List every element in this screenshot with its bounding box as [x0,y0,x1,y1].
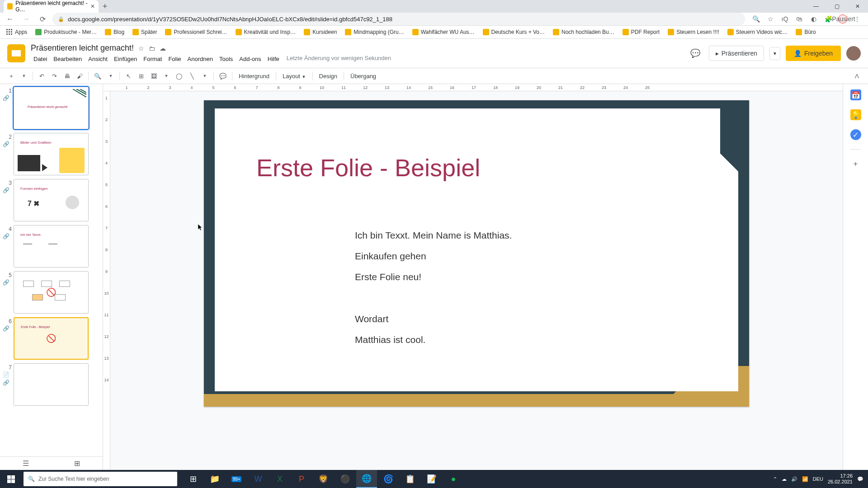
calendar-icon[interactable]: 📅 [850,89,861,100]
excel-icon[interactable]: X [269,470,290,488]
zoom-icon[interactable]: 🔍 [751,14,760,23]
bookmark-item[interactable]: Büro [793,27,818,37]
slide-canvas[interactable]: Erste Folie - Beispiel Ich bin Texxt. Me… [110,91,843,470]
start-button[interactable] [0,470,22,488]
minimize-button[interactable]: — [806,0,826,13]
bookmark-item[interactable]: Mindmapping (Gru… [342,27,406,37]
menu-folie[interactable]: Folie [165,55,184,63]
line-tool[interactable]: ╲ [186,70,198,82]
close-tab-icon[interactable]: ✕ [90,3,95,9]
textbox-tool[interactable]: ⊞ [135,70,147,82]
maximize-button[interactable]: ▢ [826,0,847,13]
menu-hilfe[interactable]: Hilfe [265,55,282,63]
slide-title[interactable]: Erste Folie - Beispiel [256,154,480,182]
share-button[interactable]: 👤 Freigeben [786,46,841,61]
apps-button[interactable]: Apps [4,27,30,37]
print-button[interactable]: 🖶 [61,70,73,82]
volume-icon[interactable]: 🔊 [791,476,797,482]
slide[interactable]: Erste Folie - Beispiel Ich bin Texxt. Me… [204,100,749,407]
zoom-dropdown[interactable]: ▼ [105,70,117,82]
address-bar[interactable]: 🔒 docs.google.com/presentation/d/1yV372S… [52,13,745,25]
browser-tab[interactable]: Präsentieren leicht gemacht! - G… ✕ [4,0,99,13]
paint-format-button[interactable]: 🖌 [74,70,85,82]
bookmark-item[interactable]: Wahlfächer WU Aus… [410,27,477,37]
wifi-icon[interactable]: 📶 [802,476,808,482]
bookmark-star-icon[interactable]: ☆ [766,14,775,23]
new-slide-dropdown[interactable]: ▼ [18,70,30,82]
slide-thumb-1[interactable]: Präsentieren leicht gemacht! [14,87,89,129]
bookmark-item[interactable]: Produktsuche - Mer… [33,27,99,37]
star-icon[interactable]: ☆ [138,45,144,52]
slide-body[interactable]: Ich bin Texxt. Mein Name is Matthias.Ein… [355,225,512,350]
redo-button[interactable]: ↷ [48,70,60,82]
last-edit-text[interactable]: Letzte Änderung vor wenigen Sekunden [287,55,391,63]
add-addon-icon[interactable]: + [850,159,861,169]
image-dropdown[interactable]: ▼ [160,70,172,82]
new-tab-button[interactable]: + [99,0,111,13]
bookmark-item[interactable]: Steuern Videos wic… [725,27,791,37]
chrome-icon[interactable]: 🌐 [356,470,377,488]
menu-datei[interactable]: Datei [31,55,50,63]
shape-tool[interactable]: ◯ [173,70,185,82]
bookmark-item[interactable]: Professionell Schrei… [162,27,230,37]
menu-format[interactable]: Format [141,55,165,63]
move-icon[interactable]: 🗀 [149,45,155,52]
menu-bearbeiten[interactable]: Bearbeiten [51,55,85,63]
bookmark-item[interactable]: Deutsche Kurs + Vo… [480,27,547,37]
comments-button[interactable]: 💬 [687,45,703,61]
slide-thumb-2[interactable]: Bilder und Grafiken [14,133,89,175]
spotify-icon[interactable]: ● [443,470,464,488]
powerpoint-icon[interactable]: P [291,470,312,488]
collapse-toolbar-icon[interactable]: ᐱ [851,70,863,82]
filmstrip[interactable]: 1🔗 Präsentieren leicht gemacht! 2🔗 Bilde… [0,84,103,470]
shopping-icon[interactable]: 🛍 [795,14,804,23]
explorer-icon[interactable]: 📁 [204,470,225,488]
bookmark-item[interactable]: Noch hochladen Bu… [550,27,617,37]
incognito-icon[interactable]: ◐ [809,14,818,23]
reader-icon[interactable]: ıQ [780,14,789,23]
image-tool[interactable]: 🖼 [148,70,160,82]
language-indicator[interactable]: DEU [813,476,823,482]
undo-button[interactable]: ↶ [36,70,47,82]
new-slide-button[interactable]: + [5,70,17,82]
edge-icon[interactable]: 🌀 [378,470,399,488]
slide-thumb-6[interactable]: Erste Folie - Beispiel 🚫 [14,317,89,360]
bookmark-item[interactable]: Steuern Lesen !!!! [665,27,722,37]
grid-view-icon[interactable]: ⊞ [74,459,80,468]
app-icon[interactable]: 📋 [400,470,420,488]
tasks-icon[interactable]: ✓ [850,129,861,140]
back-button[interactable]: ← [4,13,16,25]
brave-icon[interactable]: 🦁 [313,470,334,488]
extensions-icon[interactable]: 🧩 [824,14,833,23]
menu-ansicht[interactable]: Ansicht [85,55,110,63]
notepad-icon[interactable]: 📝 [421,470,442,488]
filmstrip-view-icon[interactable]: ☰ [23,459,29,468]
slides-logo[interactable] [7,44,25,62]
bookmark-item[interactable]: Später [130,27,160,37]
layout-button[interactable]: Layout ▼ [279,71,310,81]
obs-icon[interactable]: ⚫ [335,470,355,488]
tray-clock[interactable]: 17:26 26.02.2021 [828,473,853,485]
transition-button[interactable]: Übergang [347,71,380,81]
mail-icon[interactable]: 99+ [226,470,247,488]
bookmark-item[interactable]: Kreativität und Insp… [233,27,299,37]
profile-status[interactable]: Pausiert [838,14,847,23]
bookmark-item[interactable]: PDF Report [620,27,662,37]
menu-einfuegen[interactable]: Einfügen [111,55,140,63]
menu-tools[interactable]: Tools [217,55,236,63]
word-icon[interactable]: W [248,470,269,488]
slide-thumb-4[interactable]: Ich bin Texxt. [14,225,89,267]
tray-chevron-icon[interactable]: ⌃ [773,476,777,482]
keep-icon[interactable]: 💡 [850,109,861,120]
bookmark-item[interactable]: Blog [102,27,127,37]
slide-thumb-5[interactable]: 🚫 [14,271,89,314]
background-button[interactable]: Hintergrund [235,71,273,81]
present-button[interactable]: ▸ Präsentieren [709,46,764,61]
browser-menu-icon[interactable]: ⋮ [853,14,862,23]
present-dropdown[interactable]: ▼ [769,47,780,60]
onedrive-icon[interactable]: ☁ [782,476,787,482]
menu-addons[interactable]: Add-ons [236,55,264,63]
doc-title[interactable]: Präsentieren leicht gemacht! [31,43,134,53]
design-button[interactable]: Design [316,71,341,81]
slide-thumb-3[interactable]: Formen einfügen 7 ✖ [14,179,89,221]
